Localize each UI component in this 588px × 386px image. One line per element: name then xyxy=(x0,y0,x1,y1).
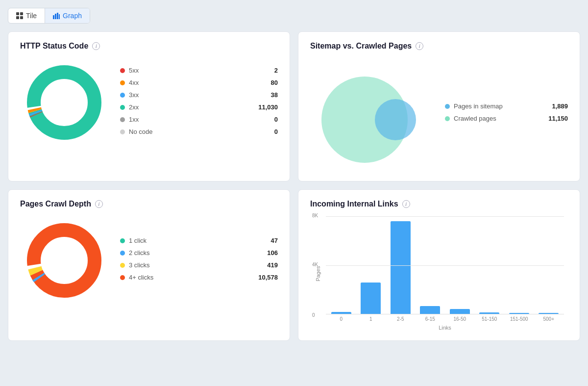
x-axis-label: Links xyxy=(326,325,564,331)
legend-label-2xx: 2xx xyxy=(129,103,249,111)
legend-value-4clicks: 10,578 xyxy=(253,274,278,281)
legend-item-5xx: 5xx 2 xyxy=(120,67,278,74)
crawl-depth-donut xyxy=(20,216,108,307)
graph-label: Graph xyxy=(63,12,82,20)
legend-dot-5xx xyxy=(120,68,125,73)
legend-label-4xx: 4xx xyxy=(129,79,249,86)
legend-item-2clicks: 2 clicks 106 xyxy=(120,249,278,257)
sitemap-title: Sitemap vs. Crawled Pages i xyxy=(310,42,568,51)
sitemap-legend: Pages in sitemap 1,889 Crawled pages 11,… xyxy=(445,103,568,127)
legend-dot-3clicks xyxy=(120,263,125,268)
sitemap-venn xyxy=(310,58,433,171)
bar-5 xyxy=(479,312,499,314)
legend-dot-1xx xyxy=(120,117,125,122)
legend-dot-2clicks xyxy=(120,251,125,256)
svg-point-12 xyxy=(45,83,84,122)
svg-point-14 xyxy=(375,99,416,140)
bar-7 xyxy=(539,313,559,314)
bar-3 xyxy=(420,306,440,314)
legend-value-1xx: 0 xyxy=(253,116,278,123)
y-axis-label: Pages xyxy=(315,266,321,281)
xtick-16-50: 16-50 xyxy=(446,316,473,322)
tile-icon xyxy=(16,12,23,19)
ytick-4k: 4K xyxy=(312,262,318,267)
svg-rect-6 xyxy=(57,13,58,19)
svg-rect-0 xyxy=(16,12,19,15)
legend-value-4xx: 80 xyxy=(253,79,278,86)
legend-label-1xx: 1xx xyxy=(129,116,249,123)
sitemap-info-icon[interactable]: i xyxy=(416,42,423,50)
legend-dot-1click xyxy=(120,238,125,243)
sitemap-card: Sitemap vs. Crawled Pages i Pages in sit… xyxy=(298,31,580,181)
svg-rect-4 xyxy=(53,15,54,19)
legend-value-2clicks: 106 xyxy=(253,249,278,257)
legend-value-sitemap: 1,889 xyxy=(543,103,568,110)
legend-dot-nocode xyxy=(120,129,125,134)
svg-rect-1 xyxy=(20,12,23,15)
legend-label-2clicks: 2 clicks xyxy=(129,249,249,257)
crawl-depth-title: Pages Crawl Depth i xyxy=(20,200,278,208)
crawl-depth-info-icon[interactable]: i xyxy=(95,200,103,208)
http-status-donut xyxy=(20,58,108,149)
internal-links-title: Incoming Internal Links i xyxy=(310,200,568,208)
legend-item-4clicks: 4+ clicks 10,578 xyxy=(120,274,278,281)
legend-dot-sitemap xyxy=(445,104,450,109)
xtick-51-150: 51-150 xyxy=(476,316,503,322)
bar-1 xyxy=(361,283,381,314)
http-status-title: HTTP Status Code i xyxy=(20,42,278,51)
legend-label-nocode: No code xyxy=(129,128,249,135)
internal-links-info-icon[interactable]: i xyxy=(402,200,410,208)
ytick-8k: 8K xyxy=(312,213,318,218)
legend-item-1xx: 1xx 0 xyxy=(120,116,278,123)
bar-chart-area: 8K 4K 0 xyxy=(326,216,564,331)
tile-label: Tile xyxy=(26,12,37,20)
gridline-4k xyxy=(326,265,564,266)
svg-rect-3 xyxy=(20,16,23,19)
crawl-depth-legend: 1 click 47 2 clicks 106 3 clicks 419 4+ … xyxy=(120,237,278,286)
svg-rect-5 xyxy=(55,14,56,19)
svg-rect-7 xyxy=(59,14,60,19)
legend-value-3clicks: 419 xyxy=(253,261,278,269)
internal-links-chart-container: Pages 8K 4K 0 xyxy=(310,216,568,331)
bar-2 xyxy=(391,221,411,314)
legend-value-nocode: 0 xyxy=(253,128,278,135)
xtick-151-500: 151-500 xyxy=(506,316,533,322)
svg-point-19 xyxy=(45,241,84,280)
legend-value-3xx: 38 xyxy=(253,91,278,99)
bar-6 xyxy=(509,313,529,314)
bar-0 xyxy=(331,312,351,314)
xtick-500plus: 500+ xyxy=(536,316,563,322)
legend-dot-3xx xyxy=(120,93,125,98)
legend-value-1click: 47 xyxy=(253,237,278,244)
legend-item-crawled: Crawled pages 11,150 xyxy=(445,115,568,122)
legend-dot-2xx xyxy=(120,105,125,110)
chart-with-ylabel: Pages 8K 4K 0 xyxy=(310,216,564,331)
legend-value-2xx: 11,030 xyxy=(253,103,278,111)
crawl-depth-body: 1 click 47 2 clicks 106 3 clicks 419 4+ … xyxy=(20,216,278,307)
legend-value-crawled: 11,150 xyxy=(543,115,568,122)
legend-label-crawled: Crawled pages xyxy=(454,115,539,122)
legend-item-sitemap: Pages in sitemap 1,889 xyxy=(445,103,568,110)
legend-label-5xx: 5xx xyxy=(129,67,249,74)
legend-label-4clicks: 4+ clicks xyxy=(129,274,249,281)
legend-dot-4clicks xyxy=(120,275,125,280)
graph-button[interactable]: Graph xyxy=(45,8,90,23)
tile-button[interactable]: Tile xyxy=(8,8,45,23)
internal-links-card: Incoming Internal Links i Pages 8K xyxy=(298,189,580,341)
ytick-0: 0 xyxy=(312,312,315,318)
legend-item-4xx: 4xx 80 xyxy=(120,79,278,86)
crawl-depth-card: Pages Crawl Depth i 1 click xyxy=(8,189,290,341)
legend-label-3clicks: 3 clicks xyxy=(129,261,249,269)
chart-plot: 8K 4K 0 xyxy=(326,216,564,314)
http-status-info-icon[interactable]: i xyxy=(92,42,100,50)
x-ticks: 0 1 2-5 6-15 16-50 51-150 151-500 500+ xyxy=(326,316,564,322)
sitemap-body: Pages in sitemap 1,889 Crawled pages 11,… xyxy=(310,58,568,171)
legend-item-3clicks: 3 clicks 419 xyxy=(120,261,278,269)
http-status-card: HTTP Status Code i xyxy=(8,31,290,181)
dashboard-grid: HTTP Status Code i xyxy=(8,31,580,341)
svg-rect-2 xyxy=(16,16,19,19)
legend-label-3xx: 3xx xyxy=(129,91,249,99)
legend-item-1click: 1 click 47 xyxy=(120,237,278,244)
legend-label-sitemap: Pages in sitemap xyxy=(454,103,539,110)
xtick-1: 1 xyxy=(358,316,385,322)
